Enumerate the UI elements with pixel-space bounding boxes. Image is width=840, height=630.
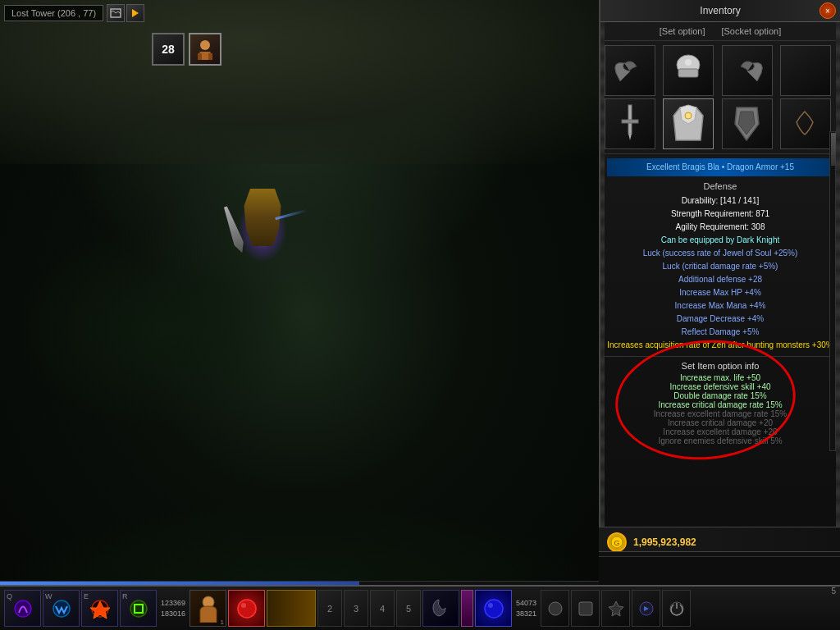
char-portrait-hotbar[interactable]: 1: [189, 590, 226, 627]
set-option-item: Increase excellent damage +20: [607, 427, 833, 436]
svg-rect-10: [622, 120, 638, 123]
hotbar-slot-q[interactable]: Q: [4, 590, 41, 627]
hotkey-w-label: W: [45, 592, 52, 600]
set-option-item: Double damage rate 15%: [607, 391, 833, 400]
map-button[interactable]: [107, 4, 125, 22]
skill-q-icon: [11, 596, 35, 621]
eq-slot-weapon-right[interactable]: [722, 98, 773, 149]
inventory-scrollbar[interactable]: [829, 131, 836, 451]
location-text: Lost Tower (206 , 77): [11, 8, 96, 18]
pendant-svg: [795, 110, 815, 139]
hotkey-e-label: E: [84, 592, 89, 600]
svg-point-29: [241, 603, 246, 608]
hotbar: Q W E R 123369 183016 1: [0, 585, 840, 630]
char-portrait-icon: [193, 37, 217, 62]
set-option-item: Increase max. life +50: [607, 373, 833, 382]
misc-slot-1[interactable]: [541, 590, 569, 627]
stat-add-defense: Additional defense +28: [607, 273, 833, 286]
misc-slot-5[interactable]: [662, 590, 691, 627]
skill-e-icon: [88, 596, 112, 621]
svg-rect-5: [208, 53, 212, 60]
svg-point-22: [15, 600, 31, 617]
eq-slot-wings-left[interactable]: [605, 45, 655, 96]
hotbar-slot-w[interactable]: W: [43, 590, 80, 627]
background-wall: [0, 0, 599, 164]
wing-icon-right: [728, 57, 765, 85]
svg-point-30: [485, 600, 503, 618]
set-option-item: Increase critical damage rate 15%: [607, 400, 833, 409]
misc-icon-2: [577, 600, 595, 618]
stat-agility-req: Agility Requirement: 308: [607, 221, 833, 234]
armor-svg: [672, 103, 705, 144]
ag-number: 38321: [516, 609, 536, 619]
weapon-left-icon: [612, 106, 649, 143]
play-icon: [130, 7, 141, 19]
svg-point-28: [238, 600, 256, 618]
game-viewport: [0, 0, 599, 630]
slot-3-label: 3: [354, 604, 358, 614]
sword-icon: [618, 103, 642, 144]
hotbar-num-slot-3[interactable]: 3: [344, 590, 368, 627]
wing-right-icon: [728, 52, 765, 89]
gem-blue-slot[interactable]: [475, 590, 512, 627]
armor-icon: [670, 106, 707, 143]
purple-bar-slot: [461, 590, 473, 627]
misc-slot-2[interactable]: [571, 590, 600, 627]
hotbar-num-slot-4[interactable]: 4: [370, 590, 395, 627]
close-icon: ×: [825, 7, 830, 16]
player-character: [230, 180, 295, 279]
svg-point-12: [685, 112, 692, 119]
location-display: Lost Tower (206 , 77): [4, 5, 103, 21]
page-number: 5: [831, 587, 836, 596]
gold-coin-icon: G: [607, 532, 627, 552]
moon-skill-slot[interactable]: [422, 590, 459, 627]
buff-bar-slot: [267, 590, 316, 627]
slot-5-label: 5: [406, 604, 411, 614]
hp-stat-display: 123369 183016: [158, 590, 188, 627]
stat-strength-req: Strength Requirement: 871: [607, 208, 833, 221]
map-icon: [110, 7, 121, 19]
misc-slot-3[interactable]: [601, 590, 630, 627]
set-option-title: Set Item option info: [607, 361, 833, 371]
eq-slot-empty-2[interactable]: [780, 98, 831, 149]
inventory-close-button[interactable]: ×: [819, 2, 836, 19]
item-name-text: Excellent Bragis Bla • Dragon Armor +15: [646, 162, 794, 171]
misc-icon-4: [637, 600, 655, 618]
red-gem-icon: [235, 597, 258, 620]
set-option-item: Increase excellent damage rate 15%: [607, 409, 833, 418]
stat-equip-by: Can be equipped by Dark Knight: [607, 234, 833, 247]
stat-luck-crit: Luck (critical damage rate +5%): [607, 260, 833, 273]
hotbar-num-slot-5[interactable]: 5: [396, 590, 421, 627]
stat-defense-label: Defense: [607, 180, 833, 194]
play-button[interactable]: [126, 4, 144, 22]
pendant-icon: [787, 106, 824, 143]
char-avatar-slot[interactable]: [189, 33, 221, 66]
wing-left-icon: [612, 52, 649, 89]
socket-option-link[interactable]: [Socket option]: [721, 26, 781, 36]
power-icon: [668, 600, 686, 618]
misc-slot-4[interactable]: [632, 590, 660, 627]
eq-slot-empty-1[interactable]: [780, 45, 831, 96]
stat-inc-max-hp: Increase Max HP +4%: [607, 286, 833, 299]
set-option-link[interactable]: [Set option]: [660, 26, 705, 36]
eq-slot-weapon-left[interactable]: [605, 98, 655, 149]
hotbar-num-slot-2[interactable]: 2: [317, 590, 342, 627]
svg-marker-1: [132, 9, 139, 17]
sd-number: 54073: [516, 598, 536, 609]
svg-point-8: [685, 59, 692, 66]
stat-luck-jewel: Luck (success rate of Jewel of Soul +25%…: [607, 247, 833, 260]
eq-slot-armor[interactable]: [663, 98, 714, 149]
eq-slot-wings-right[interactable]: [722, 45, 773, 96]
char-hotbar-icon: [196, 594, 221, 623]
svg-marker-11: [628, 134, 632, 140]
hotbar-slot-r[interactable]: R: [120, 590, 157, 627]
hud-icons: [107, 4, 144, 22]
gem-red-slot[interactable]: [228, 590, 265, 627]
eq-slot-helmet[interactable]: [663, 45, 714, 96]
wing-icon-left: [612, 57, 649, 85]
svg-marker-34: [609, 601, 623, 616]
hotbar-slot-e[interactable]: E: [81, 590, 118, 627]
right-bottom-panel: [599, 556, 840, 585]
scrollbar-thumb[interactable]: [831, 133, 836, 166]
mp-number: 183016: [161, 609, 185, 619]
